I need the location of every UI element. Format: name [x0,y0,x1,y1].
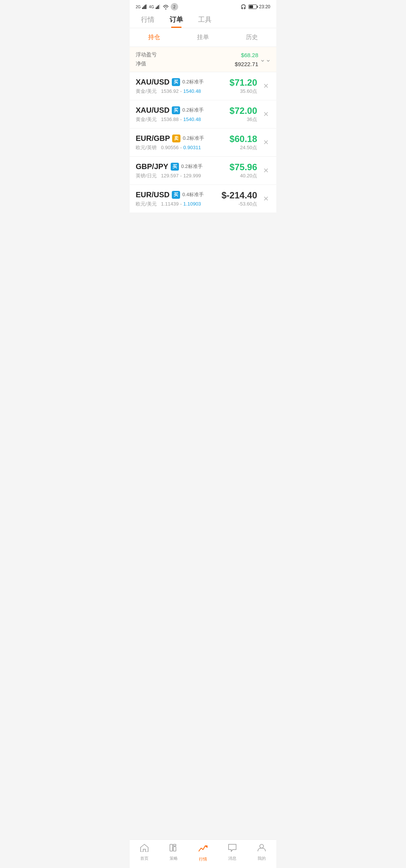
headphone-icon: 🎧 [241,4,246,9]
lot-info: 0.2标准手 [183,135,204,142]
pair-name: GBP/JPY [136,162,168,171]
direction-badge: 买 [172,191,180,199]
close-trade-button[interactable]: ✕ [262,193,270,204]
bottom-nav-profile[interactable]: 我的 [247,840,276,868]
trade-item-left: EUR/GBP 卖 0.2标准手 欧元/英镑 0.90556 - 0.90311 [136,134,230,151]
pnl-block: $75.96 40.20点 [230,162,257,179]
float-pnl-row: 浮动盈亏 $68.28 [136,51,270,58]
svg-rect-2 [144,5,145,9]
pnl-points: 36点 [230,116,257,123]
strategy-icon [169,844,178,854]
current-price: 1.10903 [183,201,201,207]
trade-item-left: XAU/USD 买 0.2标准手 黄金/美元 1536.88 - 1540.48 [136,106,230,123]
lot-info: 0.4标准手 [182,191,204,198]
close-trade-button[interactable]: ✕ [262,137,270,148]
entry-price: 1536.92 [161,88,179,94]
currency-name: 英镑/日元 [136,172,157,179]
trade-sub: 黄金/美元 1536.88 - 1540.48 [136,116,230,123]
current-price: 0.90311 [183,145,201,150]
pnl-amount: $75.96 [230,162,257,172]
svg-rect-1 [143,6,144,9]
status-left: 2G 4G 2 [136,3,178,11]
tab-history[interactable]: 历史 [227,28,276,47]
svg-rect-10 [173,844,176,846]
trade-header: EUR/USD 买 0.4标准手 [136,191,221,199]
direction-badge: 卖 [172,135,180,142]
svg-rect-4 [156,8,157,9]
trade-list: XAU/USD 买 0.2标准手 黄金/美元 1536.92 - 1540.48… [130,72,276,213]
trade-header: EUR/GBP 卖 0.2标准手 [136,134,230,143]
message-label: 消息 [228,856,236,861]
trade-right: $75.96 40.20点 ✕ [230,162,270,179]
trade-item: XAU/USD 买 0.2标准手 黄金/美元 1536.88 - 1540.48… [130,100,276,129]
svg-rect-5 [157,6,158,9]
wifi-icon [162,5,169,9]
pair-name: XAU/USD [136,78,170,86]
bottom-nav-message[interactable]: 消息 [218,840,247,868]
net-value: $9222.71 [235,61,258,67]
svg-rect-7 [159,5,160,9]
time-display: 23:20 [259,4,270,9]
close-trade-button[interactable]: ✕ [262,80,270,92]
svg-rect-6 [158,5,159,9]
pnl-points: -53.60点 [221,201,257,207]
profile-icon [257,844,266,854]
notification-badge: 2 [171,3,178,11]
trade-right: $-214.40 -53.60点 ✕ [221,190,270,207]
close-trade-button[interactable]: ✕ [262,165,270,176]
svg-rect-9 [173,847,176,851]
lot-info: 0.2标准手 [182,107,204,113]
profile-label: 我的 [258,856,266,861]
pnl-block: $71.20 35.60点 [230,77,257,95]
pnl-amount: $71.20 [230,77,257,88]
pnl-points: 35.60点 [230,88,257,95]
currency-name: 黄金/美元 [136,116,157,123]
nav-item-market[interactable]: 行情 [141,15,155,28]
trade-sub: 英镑/日元 129.597 - 129.999 [136,172,230,179]
currency-name: 黄金/美元 [136,88,157,95]
market-icon [198,844,208,855]
pair-name: EUR/USD [136,191,170,199]
market-label: 行情 [199,856,207,862]
entry-price: 0.90556 [161,145,179,150]
status-right: 🎧 23:20 [241,4,270,9]
trade-item-left: XAU/USD 买 0.2标准手 黄金/美元 1536.92 - 1540.48 [136,78,230,95]
bottom-nav-home[interactable]: 首页 [130,840,159,868]
trade-item: GBP/JPY 买 0.2标准手 英镑/日元 129.597 - 129.999… [130,157,276,185]
nav-item-orders[interactable]: 订单 [170,15,183,28]
trade-item-left: GBP/JPY 买 0.2标准手 英镑/日元 129.597 - 129.999 [136,162,230,179]
entry-price: 129.597 [161,173,179,178]
trade-right: $71.20 35.60点 ✕ [230,77,270,95]
net-value-label: 净值 [136,60,146,67]
home-label: 首页 [140,856,148,861]
expand-icon[interactable]: ⌄⌄ [260,55,271,64]
svg-rect-0 [142,8,143,9]
pnl-amount: $-214.40 [221,190,257,201]
direction-badge: 买 [171,163,179,171]
current-price: 1540.48 [183,116,201,122]
svg-point-11 [260,844,264,848]
svg-rect-3 [145,5,147,9]
close-trade-button[interactable]: ✕ [262,109,270,120]
trade-item: XAU/USD 买 0.2标准手 黄金/美元 1536.92 - 1540.48… [130,72,276,100]
lot-info: 0.2标准手 [181,163,203,170]
empty-content-area [130,213,276,363]
nav-item-tools[interactable]: 工具 [198,15,212,28]
battery-icon [248,5,257,9]
tab-positions[interactable]: 持仓 [130,28,179,47]
entry-price: 1.11439 [161,201,179,207]
sub-tabs: 持仓 挂单 历史 [130,28,276,47]
trade-right: $60.18 24.50点 ✕ [230,134,270,151]
pnl-block: $72.00 36点 [230,106,257,123]
bottom-nav-market[interactable]: 行情 [188,840,218,868]
tab-pending[interactable]: 挂单 [179,28,227,47]
trade-sub: 欧元/美元 1.11439 - 1.10903 [136,201,221,207]
currency-name: 欧元/英镑 [136,144,157,151]
net-value-row: 净值 $9222.71 [136,60,270,67]
strategy-label: 策略 [170,856,178,861]
direction-badge: 买 [172,78,180,86]
pnl-amount: $72.00 [230,106,257,116]
trade-item: EUR/USD 买 0.4标准手 欧元/美元 1.11439 - 1.10903… [130,185,276,213]
home-icon [140,844,149,854]
bottom-nav-strategy[interactable]: 策略 [159,840,188,868]
